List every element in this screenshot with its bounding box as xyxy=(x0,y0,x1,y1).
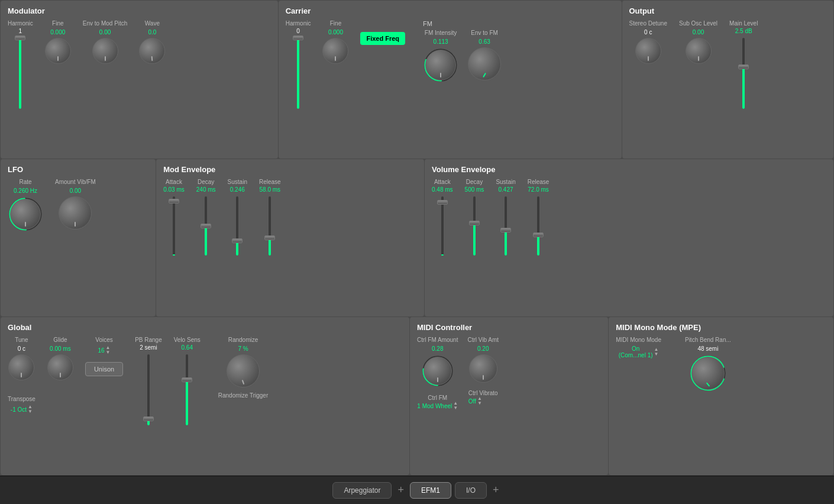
ctrl-vib-amt-knob[interactable] xyxy=(469,354,497,383)
velo-sens-track[interactable] xyxy=(186,354,188,425)
ctrl-vibrato-value-group: Ctrl Vibrato Off ▲ ▼ xyxy=(468,390,498,406)
fm-intensity-knob[interactable] xyxy=(425,50,456,80)
mod-attack-track[interactable] xyxy=(173,196,175,256)
sub-osc-label: Sub Osc Level xyxy=(679,20,717,27)
midi-mono-content: MIDI Mono Mode On (Com...nel 1) ▲ ▼ xyxy=(616,337,826,469)
vol-sustain-value: 0.427 xyxy=(499,186,513,193)
fixed-freq-button[interactable]: Fixed Freq xyxy=(360,32,405,45)
add-tab-right[interactable]: + xyxy=(490,484,502,496)
randomize-knob[interactable] xyxy=(227,354,260,387)
mod-decay-track[interactable] xyxy=(205,196,207,256)
transpose-stepper[interactable]: -1 Oct ▲ ▼ xyxy=(11,405,33,414)
ctrl-vibrato-down[interactable]: ▼ xyxy=(477,401,482,406)
voices-arrows[interactable]: ▲ ▼ xyxy=(106,345,111,355)
fine-knob[interactable] xyxy=(45,38,71,64)
mod-decay-label: Decay xyxy=(198,179,214,185)
sub-osc-knob[interactable] xyxy=(686,38,712,64)
main-level-value: 2.5 dB xyxy=(735,28,752,34)
ctrl-fm-amount-label: Ctrl FM Amount xyxy=(417,337,458,343)
lfo-amount-group: Amount Vib/FM 0.00 xyxy=(55,179,96,230)
ctrl-fm-arrows[interactable]: ▲ ▼ xyxy=(453,401,458,411)
randomize-indicator xyxy=(242,380,245,385)
ctrl-fm-stepper[interactable]: 1 Mod Wheel ▲ ▼ xyxy=(417,401,458,411)
row-3: Global Tune 0 c Transpose -1 Oct xyxy=(1,317,833,475)
main-level-handle[interactable] xyxy=(738,64,749,69)
randomize-label: Randomize xyxy=(228,337,258,343)
carrier-harmonic-handle[interactable] xyxy=(293,35,303,40)
add-tab-left[interactable]: + xyxy=(395,484,406,496)
mod-decay-value: 240 ms xyxy=(196,186,216,193)
midi-mono-mode-arrows[interactable]: ▲ ▼ xyxy=(654,347,659,357)
transpose-arrows[interactable]: ▲ ▼ xyxy=(28,405,33,414)
harmonic-handle[interactable] xyxy=(15,35,25,40)
carrier-fine-knob[interactable] xyxy=(322,38,348,64)
env-mod-pitch-group: Env to Mod Pitch 0.00 xyxy=(83,20,128,64)
vol-sustain-track[interactable] xyxy=(505,196,507,256)
glide-indicator xyxy=(60,373,61,377)
ctrl-fm-amount-value: 0.28 xyxy=(432,345,443,352)
stereo-detune-knob[interactable] xyxy=(635,38,661,64)
env-to-fm-label: Env to FM xyxy=(471,30,498,36)
fine-indicator xyxy=(57,56,59,61)
lfo-amount-knob[interactable] xyxy=(59,196,92,230)
env-to-fm-knob[interactable] xyxy=(468,47,501,80)
pb-range-group: PB Range 2 semi xyxy=(135,337,162,428)
mod-attack-handle[interactable] xyxy=(169,199,179,203)
midi-mono-mode-group: MIDI Mono Mode On (Com...nel 1) ▲ ▼ xyxy=(616,337,661,358)
pitch-bend-knob-wrap xyxy=(689,354,727,392)
glide-knob[interactable] xyxy=(47,354,73,380)
transpose-down-arrow[interactable]: ▼ xyxy=(28,409,33,414)
ctrl-vibrato-arrows[interactable]: ▲ ▼ xyxy=(477,396,482,406)
midi-mono-mode-stepper[interactable]: On (Com...nel 1) ▲ ▼ xyxy=(619,345,659,358)
ctrl-vib-amt-indicator xyxy=(483,375,484,380)
mod-sustain-track[interactable] xyxy=(236,196,238,256)
carrier-fine-value: 0.000 xyxy=(328,29,343,35)
modulator-content: Harmonic 1 Fine 0.000 xyxy=(8,20,271,153)
wave-knob[interactable] xyxy=(139,38,165,64)
unison-button[interactable]: Unison xyxy=(85,362,123,376)
env-to-fm-value: 0.63 xyxy=(479,38,490,45)
fm-intensity-knob-wrap xyxy=(423,47,458,83)
main-level-track[interactable] xyxy=(742,38,745,109)
row-1: Modulator Harmonic 1 Fine 0.000 xyxy=(1,1,833,159)
voices-value: 16 xyxy=(98,347,104,354)
tune-knob[interactable] xyxy=(8,354,34,380)
mod-release-handle[interactable] xyxy=(264,235,275,240)
mod-sustain-handle[interactable] xyxy=(232,238,243,243)
voices-group: Voices 16 ▲ ▼ Unison xyxy=(85,337,123,376)
fine-value: 0.000 xyxy=(50,29,65,35)
pb-range-handle[interactable] xyxy=(143,416,154,421)
voices-down[interactable]: ▼ xyxy=(106,350,111,355)
mod-release-track[interactable] xyxy=(269,196,271,256)
velo-sens-handle[interactable] xyxy=(182,377,192,382)
mod-decay-handle[interactable] xyxy=(201,224,211,228)
lfo-title: LFO xyxy=(8,165,148,174)
pitch-bend-knob[interactable] xyxy=(691,357,725,390)
ctrl-vibrato-label: Ctrl Vibrato xyxy=(468,390,498,396)
tune-value: 0 c xyxy=(18,345,25,352)
harmonic-value: 1 xyxy=(19,28,22,34)
vol-attack-handle[interactable] xyxy=(437,200,448,205)
vol-attack-track[interactable] xyxy=(441,196,444,256)
ctrl-fm-amount-knob[interactable] xyxy=(424,357,452,385)
ctrl-fm-value: 1 Mod Wheel xyxy=(417,403,452,409)
vol-decay-track[interactable] xyxy=(473,196,476,256)
harmonic-label: Harmonic xyxy=(8,20,33,27)
env-mod-pitch-indicator xyxy=(105,56,106,61)
io-tab[interactable]: I/O xyxy=(455,482,487,499)
vol-decay-handle[interactable] xyxy=(469,221,480,225)
lfo-rate-knob[interactable] xyxy=(10,199,41,230)
vol-sustain-handle[interactable] xyxy=(500,228,511,232)
voices-stepper[interactable]: 16 ▲ ▼ xyxy=(98,345,110,355)
ctrl-vibrato-stepper[interactable]: Off ▲ ▼ xyxy=(468,396,498,406)
env-mod-pitch-knob[interactable] xyxy=(92,38,118,64)
carrier-harmonic-track[interactable] xyxy=(297,38,299,109)
efm1-tab[interactable]: EFM1 xyxy=(410,482,451,499)
harmonic-track[interactable] xyxy=(19,38,21,109)
vol-release-handle[interactable] xyxy=(533,232,544,237)
midi-mono-mode-down[interactable]: ▼ xyxy=(654,352,659,357)
pb-range-track[interactable] xyxy=(147,354,150,425)
vol-release-track[interactable] xyxy=(537,196,539,256)
arpeggiator-tab[interactable]: Arpeggiator xyxy=(332,482,392,499)
ctrl-fm-down[interactable]: ▼ xyxy=(453,406,458,411)
